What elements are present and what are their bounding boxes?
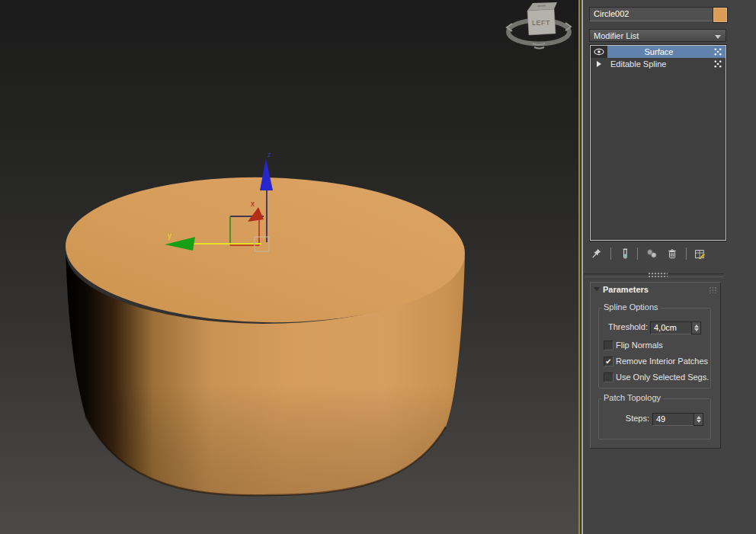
threshold-label: Threshold: [601, 321, 648, 333]
z-axis-arrow[interactable] [260, 158, 273, 190]
steps-spinner[interactable] [694, 413, 703, 426]
threshold-spinner[interactable] [691, 321, 701, 334]
threshold-row: Threshold: 4,0cm [599, 321, 712, 333]
y-axis-label: y [168, 232, 171, 240]
spinner-up-icon[interactable] [694, 325, 699, 328]
toolbar-separator [610, 248, 611, 260]
configure-modifier-sets-icon [694, 248, 706, 260]
stack-toolbar [589, 247, 728, 262]
expand-toggle[interactable] [591, 58, 607, 70]
remove-modifier-trash-icon [666, 248, 678, 260]
modifier-stack: Surface Editable Spline [590, 45, 726, 241]
toolbar-separator [637, 248, 638, 260]
rollout-splitter-grip[interactable] [648, 272, 668, 277]
show-end-result-button[interactable] [618, 247, 632, 261]
steps-label: Steps: [604, 413, 649, 424]
flip-normals-checkbox[interactable] [604, 341, 613, 350]
flip-normals-label: Flip Normals [616, 341, 663, 350]
viewcube-face-label[interactable]: LEFT [532, 19, 550, 27]
pin-stack-icon [590, 248, 602, 260]
pin-stack-button[interactable] [589, 247, 603, 261]
configure-modifier-sets-button[interactable] [693, 247, 706, 261]
use-only-selected-segs-label: Use Only Selected Segs. [616, 373, 709, 382]
collapse-triangle-icon [594, 287, 600, 291]
cylinder-object[interactable] [64, 174, 466, 496]
parameters-rollout: Parameters Spline Options Threshold: 4,0… [590, 282, 721, 449]
drag-grip-icon[interactable] [709, 286, 717, 293]
viewport[interactable]: y z x LEFT [0, 0, 578, 534]
make-unique-icon [645, 248, 658, 260]
spinner-down-icon[interactable] [694, 328, 699, 331]
x-axis-label: x [251, 200, 255, 208]
steps-row: Steps: 49 [599, 413, 712, 424]
command-panel: Circle002 Modifier List Surface [583, 0, 756, 534]
modifier-dots-icon [713, 59, 722, 69]
visibility-toggle[interactable] [591, 46, 607, 58]
3dsmax-window: y z x LEFT Circle002 [0, 0, 756, 534]
modifier-dots-icon [713, 47, 722, 56]
group-label: Spline Options [601, 302, 661, 312]
active-viewport-border [578, 0, 580, 534]
make-unique-button[interactable] [645, 247, 658, 261]
show-end-result-icon [619, 248, 631, 260]
object-color-swatch[interactable] [713, 7, 728, 23]
remove-modifier-button[interactable] [665, 247, 679, 261]
expand-arrow-icon [597, 61, 601, 67]
z-axis-label: z [267, 151, 271, 158]
spline-options-group: Spline Options Threshold: 4,0cm Flip Nor… [598, 308, 711, 389]
rollout-title: Parameters [603, 283, 649, 296]
eye-icon [593, 47, 605, 56]
modifier-list-label: Modifier List [594, 31, 639, 40]
viewcube[interactable]: LEFT [507, 2, 571, 49]
stack-row-label[interactable]: Editable Spline [607, 59, 710, 69]
chevron-down-icon [715, 35, 721, 39]
patch-topology-group: Patch Topology Steps: 49 [598, 398, 711, 440]
object-name-field[interactable]: Circle002 [589, 7, 713, 21]
parameters-rollout-header[interactable]: Parameters [591, 283, 720, 296]
remove-interior-patches-label: Remove Interior Patches [616, 357, 708, 366]
modifier-list-dropdown[interactable]: Modifier List [589, 29, 726, 42]
stack-row-label[interactable]: Surface [607, 47, 710, 56]
group-label: Patch Topology [601, 393, 663, 402]
spinner-down-icon[interactable] [697, 420, 701, 423]
use-only-selected-segs-checkbox[interactable] [604, 373, 613, 382]
stack-row-editable-spline[interactable]: Editable Spline [591, 58, 726, 70]
threshold-input[interactable]: 4,0cm [650, 321, 692, 334]
scene: y z x LEFT [0, 0, 578, 534]
remove-interior-patches-checkbox[interactable]: ✔ [604, 357, 613, 366]
spinner-up-icon[interactable] [697, 416, 701, 419]
stack-row-surface[interactable]: Surface [591, 46, 726, 58]
steps-input[interactable]: 49 [652, 413, 694, 426]
toolbar-separator [686, 248, 687, 260]
